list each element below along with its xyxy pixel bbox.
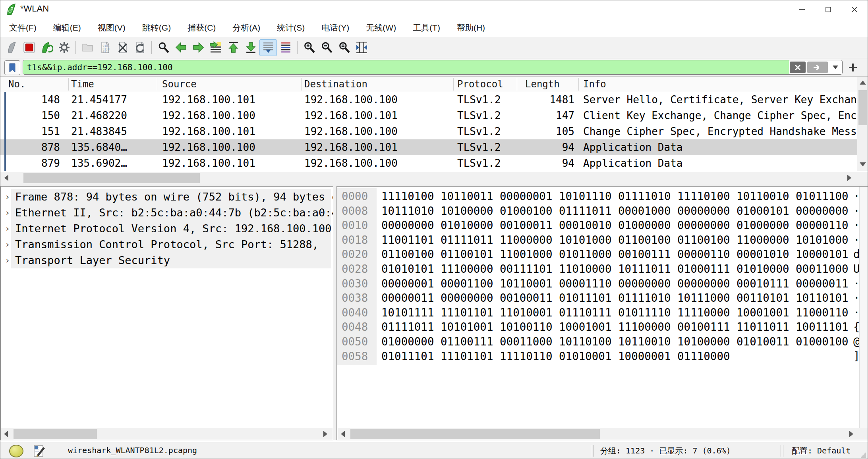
zoom-out-button[interactable] bbox=[318, 39, 335, 56]
go-to-packet-button[interactable] bbox=[207, 39, 224, 56]
packet-list-hscrollbar[interactable] bbox=[0, 172, 868, 184]
packet-list-header[interactable]: No.TimeSourceDestinationProtocolLengthIn… bbox=[0, 77, 857, 92]
status-capture-filename[interactable]: wireshark_WLANTP81L2.pcapng bbox=[68, 446, 197, 455]
detail-row-0[interactable]: ›Frame 878: 94 bytes on wire (752 bits),… bbox=[1, 189, 333, 205]
details-hscrollbar[interactable] bbox=[1, 428, 333, 440]
menu-item-4[interactable]: 捕获(C) bbox=[182, 20, 221, 36]
plus-icon bbox=[848, 62, 858, 73]
column-separator[interactable] bbox=[453, 78, 454, 91]
byte-bits: 01010101 11100000 00111101 11010000 1011… bbox=[381, 262, 849, 276]
filter-bar bbox=[0, 58, 868, 77]
packet-row-148[interactable]: 14821.454177192.168.100.101192.168.100.1… bbox=[0, 92, 857, 108]
packet-list-pane: No.TimeSourceDestinationProtocolLengthIn… bbox=[0, 77, 868, 185]
previous-packet-button[interactable] bbox=[172, 39, 189, 56]
find-packet-button[interactable] bbox=[155, 39, 172, 56]
status-bar: wireshark_WLANTP81L2.pcapng 分组: 1123 · 已… bbox=[0, 442, 868, 459]
save-file-button[interactable]: 010101100111 bbox=[96, 39, 114, 56]
expand-chevron-icon[interactable]: › bbox=[5, 189, 10, 205]
packet-row-879[interactable]: 879135.6902…192.168.100.101192.168.100.1… bbox=[0, 155, 857, 171]
close-button[interactable] bbox=[841, 0, 868, 18]
hscroll-thumb[interactable] bbox=[350, 429, 600, 439]
display-filter-input[interactable] bbox=[23, 60, 789, 74]
menu-item-10[interactable]: 帮助(H) bbox=[451, 20, 491, 36]
detail-row-2[interactable]: ›Internet Protocol Version 4, Src: 192.1… bbox=[1, 221, 333, 237]
filter-bookmark-button[interactable] bbox=[4, 60, 20, 75]
column-header-protocol[interactable]: Protocol bbox=[457, 79, 503, 90]
title-bar: *WLAN bbox=[0, 0, 868, 18]
cell-protocol: TLSv1.2 bbox=[457, 92, 517, 108]
cell-time: 21.483845 bbox=[71, 123, 160, 139]
menu-item-6[interactable]: 统计(S) bbox=[271, 20, 310, 36]
expert-info-circle-icon[interactable] bbox=[9, 445, 23, 457]
pane-splitter-vertical[interactable] bbox=[333, 186, 336, 440]
column-header-source[interactable]: Source bbox=[162, 79, 197, 90]
expand-chevron-icon[interactable]: › bbox=[5, 253, 10, 268]
hscroll-thumb[interactable] bbox=[14, 429, 97, 439]
hscroll-thumb[interactable] bbox=[23, 173, 200, 183]
vscroll-thumb[interactable] bbox=[858, 90, 867, 125]
reload-file-icon bbox=[134, 41, 146, 54]
detail-row-text: Frame 878: 94 bytes on wire (752 bits), … bbox=[15, 189, 333, 205]
auto-scroll-icon bbox=[262, 41, 275, 54]
column-separator[interactable] bbox=[301, 78, 302, 91]
column-header-info[interactable]: Info bbox=[583, 79, 606, 90]
bytes-vscrollbar-track[interactable] bbox=[859, 187, 868, 428]
zoom-original-button[interactable] bbox=[335, 39, 353, 56]
filter-dropdown-button[interactable] bbox=[829, 60, 842, 74]
menu-item-2[interactable]: 视图(V) bbox=[92, 20, 131, 36]
filter-add-button[interactable] bbox=[847, 62, 859, 73]
packet-row-878[interactable]: 878135.6840…192.168.100.100192.168.100.1… bbox=[0, 139, 857, 155]
menu-item-0[interactable]: 文件(F) bbox=[4, 20, 42, 36]
resize-grip[interactable] bbox=[860, 452, 866, 458]
status-packet-counts[interactable]: 分组: 1123 · 已显示: 7 (0.6%) bbox=[600, 446, 731, 456]
packet-row-150[interactable]: 15021.468220192.168.100.100192.168.100.1… bbox=[0, 108, 857, 123]
bytes-hscrollbar[interactable] bbox=[338, 428, 868, 440]
menu-item-5[interactable]: 分析(A) bbox=[227, 20, 266, 36]
filter-apply-button[interactable] bbox=[807, 62, 828, 73]
packet-list-vscrollbar[interactable] bbox=[857, 77, 868, 171]
colorize-packets-button[interactable] bbox=[277, 39, 294, 56]
scroll-left-icon bbox=[341, 431, 345, 437]
column-header-no[interactable]: No. bbox=[8, 79, 25, 90]
column-header-length[interactable]: Length bbox=[525, 79, 560, 90]
zoom-in-button[interactable] bbox=[300, 39, 318, 56]
detail-row-3[interactable]: ›Transmission Control Protocol, Src Port… bbox=[1, 237, 333, 253]
capture-options-button[interactable] bbox=[55, 39, 73, 56]
column-header-destination[interactable]: Destination bbox=[304, 79, 367, 90]
column-separator[interactable] bbox=[68, 78, 69, 91]
minimize-button[interactable] bbox=[789, 0, 815, 18]
menu-item-1[interactable]: 编辑(E) bbox=[48, 20, 87, 36]
cell-no: 148 bbox=[0, 92, 60, 108]
status-profile[interactable]: 配置: Default bbox=[792, 446, 851, 456]
column-separator[interactable] bbox=[517, 78, 517, 91]
detail-row-1[interactable]: ›Ethernet II, Src: b2:5c:ba:a0:44:7b (b2… bbox=[1, 205, 333, 221]
resize-columns-button[interactable] bbox=[353, 39, 370, 56]
packet-row-151[interactable]: 15121.483845192.168.100.101192.168.100.1… bbox=[0, 123, 857, 139]
detail-row-4[interactable]: ›Transport Layer Security bbox=[1, 253, 333, 268]
stop-capture-button[interactable] bbox=[20, 39, 38, 56]
capture-comment-icon[interactable] bbox=[33, 444, 46, 458]
expand-chevron-icon[interactable]: › bbox=[5, 237, 10, 253]
byte-offset: 0008 bbox=[342, 204, 368, 218]
close-file-button[interactable] bbox=[114, 39, 131, 56]
reload-file-button[interactable] bbox=[131, 39, 149, 56]
filter-clear-button[interactable] bbox=[790, 62, 806, 73]
menu-item-7[interactable]: 电话(Y) bbox=[316, 20, 355, 36]
menu-item-3[interactable]: 跳转(G) bbox=[137, 20, 176, 36]
menu-item-8[interactable]: 无线(W) bbox=[360, 20, 402, 36]
last-packet-button[interactable] bbox=[242, 39, 259, 56]
column-separator[interactable] bbox=[157, 78, 157, 91]
column-separator[interactable] bbox=[578, 78, 579, 91]
column-header-time[interactable]: Time bbox=[71, 79, 94, 90]
wireshark-window: *WLAN 文件(F)编辑(E)视图(V)跳转(G)捕获(C)分析(A)统计(S… bbox=[0, 0, 868, 459]
expand-chevron-icon[interactable]: › bbox=[5, 221, 10, 237]
menu-item-9[interactable]: 工具(T) bbox=[407, 20, 446, 36]
packet-details-pane: ›Frame 878: 94 bytes on wire (752 bits),… bbox=[0, 186, 333, 440]
maximize-button[interactable] bbox=[815, 0, 841, 18]
restart-capture-button[interactable] bbox=[38, 39, 55, 56]
auto-scroll-button[interactable] bbox=[259, 39, 277, 56]
next-packet-button[interactable] bbox=[189, 39, 207, 56]
first-packet-button[interactable] bbox=[224, 39, 242, 56]
display-filter-field bbox=[23, 60, 843, 75]
expand-chevron-icon[interactable]: › bbox=[5, 205, 10, 221]
